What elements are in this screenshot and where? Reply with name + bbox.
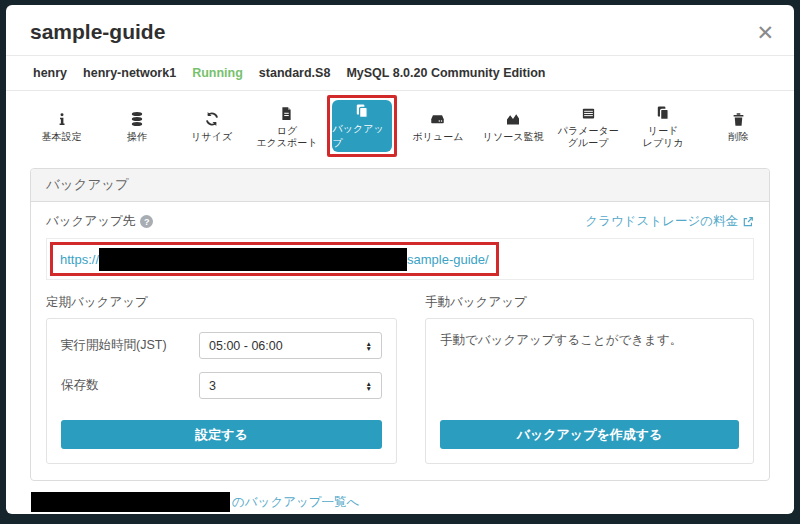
select-spinner-icon: ▲▼ bbox=[366, 381, 372, 391]
chart-icon bbox=[505, 109, 521, 127]
tab-label: ボリューム bbox=[413, 131, 464, 143]
backup-url-box: https:// sample-guide/ bbox=[46, 238, 754, 280]
close-icon[interactable]: ✕ bbox=[756, 22, 774, 43]
tab-label: 削除 bbox=[728, 131, 748, 143]
retention-count-value: 3 bbox=[209, 379, 216, 393]
backup-list-link[interactable]: のバックアップ一覧へ bbox=[232, 494, 359, 511]
trash-icon bbox=[731, 109, 746, 127]
copy-icon bbox=[655, 103, 671, 121]
status-badge: Running bbox=[192, 66, 243, 80]
tab-toolbar: 基本設定 操作 リサイズ ログ エクスポート バッ bbox=[6, 91, 794, 163]
backup-section-body: バックアップ先 ? クラウドストレージの料金 https:// sample-g… bbox=[31, 202, 769, 480]
scheduled-backup-title: 定期バックアップ bbox=[46, 294, 397, 311]
destination-label-wrap: バックアップ先 ? bbox=[46, 213, 153, 230]
modal-header: sample-guide ✕ bbox=[6, 5, 794, 56]
retention-count-label: 保存数 bbox=[61, 377, 99, 394]
tab-volume[interactable]: ボリューム bbox=[400, 109, 475, 143]
page-title: sample-guide bbox=[30, 19, 770, 45]
tab-label: パラメーター グループ bbox=[558, 125, 619, 149]
refresh-icon bbox=[204, 109, 220, 127]
external-link-icon bbox=[742, 216, 754, 228]
start-time-row: 実行開始時間(JST) 05:00 - 06:00 ▲▼ bbox=[61, 332, 382, 359]
destination-label: バックアップ先 bbox=[46, 213, 135, 230]
tab-label: 基本設定 bbox=[42, 131, 82, 143]
create-backup-button[interactable]: バックアップを作成する bbox=[440, 420, 739, 449]
copy-icon bbox=[354, 103, 370, 119]
tab-label: ログ エクスポート bbox=[256, 125, 317, 149]
tab-resource-monitoring[interactable]: リソース監視 bbox=[476, 109, 551, 143]
tab-delete[interactable]: 削除 bbox=[701, 109, 776, 143]
tab-parameter-group[interactable]: パラメーター グループ bbox=[551, 103, 626, 149]
manual-backup-title: 手動バックアップ bbox=[425, 294, 754, 311]
scheduled-backup-panel: 定期バックアップ 実行開始時間(JST) 05:00 - 06:00 ▲▼ bbox=[46, 294, 397, 464]
backup-columns: 定期バックアップ 実行開始時間(JST) 05:00 - 06:00 ▲▼ bbox=[46, 294, 754, 464]
help-icon[interactable]: ? bbox=[140, 215, 153, 228]
cloud-storage-pricing-link[interactable]: クラウドストレージの料金 bbox=[585, 213, 754, 230]
account-name: henry bbox=[33, 66, 67, 80]
select-spinner-icon: ▲▼ bbox=[366, 341, 372, 351]
retention-count-select[interactable]: 3 ▲▼ bbox=[199, 372, 382, 399]
file-export-icon bbox=[279, 103, 294, 121]
redacted-url-segment bbox=[99, 248, 407, 271]
redacted-name-segment bbox=[31, 492, 230, 512]
destination-row: バックアップ先 ? クラウドストレージの料金 bbox=[46, 213, 754, 230]
scheduled-backup-box: 実行開始時間(JST) 05:00 - 06:00 ▲▼ 保存数 bbox=[46, 318, 397, 464]
start-time-value: 05:00 - 06:00 bbox=[209, 339, 283, 353]
annotation-highlight-backup-tab: バックアップ bbox=[327, 95, 397, 157]
instance-info-row: henry henry-network1 Running standard.S8… bbox=[6, 56, 794, 91]
tab-resize[interactable]: リサイズ bbox=[174, 109, 249, 143]
manual-backup-panel: 手動バックアップ 手動でバックアップすることができます。 バックアップを作成する bbox=[425, 294, 754, 464]
plan-name: standard.S8 bbox=[259, 66, 331, 80]
tab-label: 操作 bbox=[127, 131, 147, 143]
database-detail-modal: sample-guide ✕ henry henry-network1 Runn… bbox=[6, 5, 794, 514]
annotation-highlight-url: https:// sample-guide/ bbox=[50, 242, 499, 276]
backup-url-suffix[interactable]: sample-guide/ bbox=[407, 252, 489, 267]
manual-backup-description: 手動でバックアップすることができます。 bbox=[440, 332, 739, 349]
backup-url-prefix[interactable]: https:// bbox=[60, 252, 99, 267]
tab-label: バックアップ bbox=[332, 122, 392, 150]
backup-section: バックアップ バックアップ先 ? クラウドストレージの料金 https:// bbox=[30, 168, 770, 481]
backup-list-footer: のバックアップ一覧へ bbox=[31, 492, 770, 512]
apply-settings-button[interactable]: 設定する bbox=[61, 420, 382, 449]
drive-icon bbox=[429, 109, 446, 127]
tab-label: リソース監視 bbox=[483, 131, 544, 143]
table-icon bbox=[581, 103, 596, 121]
info-icon bbox=[55, 109, 69, 127]
tab-log-export[interactable]: ログ エクスポート bbox=[249, 103, 324, 149]
tab-read-replica[interactable]: リード レプリカ bbox=[626, 103, 701, 149]
manual-backup-box: 手動でバックアップすることができます。 バックアップを作成する bbox=[425, 318, 754, 464]
retention-count-row: 保存数 3 ▲▼ bbox=[61, 372, 382, 399]
network-name: henry-network1 bbox=[83, 66, 176, 80]
tab-basic-settings[interactable]: 基本設定 bbox=[24, 109, 99, 143]
tab-label: リード レプリカ bbox=[643, 125, 684, 149]
start-time-select[interactable]: 05:00 - 06:00 ▲▼ bbox=[199, 332, 382, 359]
start-time-label: 実行開始時間(JST) bbox=[61, 337, 167, 354]
tab-operations[interactable]: 操作 bbox=[99, 109, 174, 143]
pricing-link-label: クラウドストレージの料金 bbox=[585, 213, 738, 230]
engine-version: MySQL 8.0.20 Community Edition bbox=[346, 66, 545, 80]
database-icon bbox=[129, 109, 145, 127]
tab-label: リサイズ bbox=[191, 131, 232, 143]
tab-backup[interactable]: バックアップ bbox=[332, 100, 392, 152]
backup-section-title: バックアップ bbox=[31, 169, 769, 202]
